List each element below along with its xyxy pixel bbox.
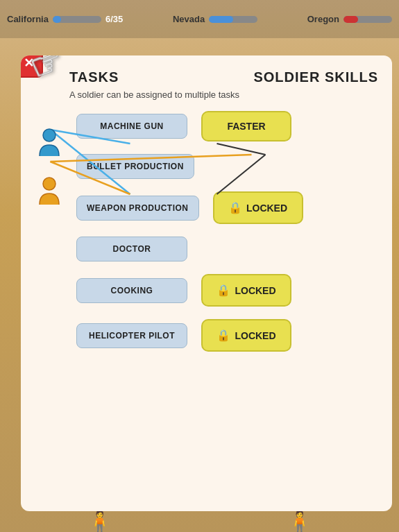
doctor-button[interactable]: DOCTOR [76,237,187,261]
cooking-locked-button[interactable]: 🔒 LOCKED [201,274,291,307]
weapon-locked-label: LOCKED [246,203,287,214]
lock-icon-weapon: 🔒 [228,201,242,214]
soldier-orange-icon[interactable] [35,177,64,206]
task-row-helicopter-pilot: HELICOPTER PILOT 🔒 LOCKED [76,319,378,352]
faster-skill-button[interactable]: FASTER [201,111,291,141]
task-row-machine-gun: MACHINE GUN FASTER [76,111,378,141]
nevada-progress-fill [209,16,233,23]
skills-header: SOLDIER SKILLS [253,69,378,85]
helicopter-locked-label: LOCKED [235,330,275,341]
bottom-figure-blue: 🧍 [287,511,312,532]
oregon-progress-bar [343,16,392,23]
oregon-label: Oregon [307,14,339,24]
bullet-production-button[interactable]: BULLET PRODUCTION [76,154,194,179]
soldier-blue-icon[interactable] [35,128,64,157]
task-row-bullet-production: BULLET PRODUCTION [76,154,378,179]
tasks-area: MACHINE GUN FASTER BULLET PRODUCTION WEA… [76,111,378,352]
california-label: California [7,14,49,24]
lock-icon-helicopter: 🔒 [217,329,230,342]
task-row-doctor: DOCTOR [76,237,378,261]
nevada-region: Nevada [173,14,257,24]
nevada-label: Nevada [173,14,205,24]
task-row-weapon-production: WEAPON PRODUCTION 🔒 LOCKED [76,191,378,224]
weapon-production-locked-button[interactable]: 🔒 LOCKED [213,191,303,224]
svg-point-7 [43,178,56,190]
california-progress-bar [53,16,101,23]
task-row-cooking: COOKING 🔒 LOCKED [76,274,378,307]
nevada-progress-bar [209,16,257,23]
cooking-locked-label: LOCKED [235,285,275,296]
soldiers-column [35,128,64,206]
svg-point-6 [43,129,56,141]
top-bar: California 6/35 Nevada Oregon [0,0,399,38]
california-region: California 6/35 [7,14,123,24]
helicopter-pilot-button[interactable]: HELICOPTER PILOT [76,323,187,348]
california-progress-fill [53,16,61,23]
modal-header: TASKS SOLDIER SKILLS [35,69,378,85]
cooking-button[interactable]: COOKING [76,278,187,303]
oregon-progress-fill [343,16,358,23]
modal-panel: ☞ TASKS SOLDIER SKILLS A soldier can be … [21,55,392,511]
bottom-figure-red: 🧍 [87,511,112,532]
helicopter-locked-button[interactable]: 🔒 LOCKED [201,319,291,352]
tasks-header: TASKS [69,69,119,85]
machine-gun-button[interactable]: MACHINE GUN [76,114,187,139]
weapon-production-button[interactable]: WEAPON PRODUCTION [76,196,199,221]
oregon-region: Oregon [307,14,392,24]
lock-icon-cooking: 🔒 [217,284,230,297]
modal-subtitle: A soldier can be assigned to multiple ta… [35,89,378,100]
california-score: 6/35 [105,14,123,24]
